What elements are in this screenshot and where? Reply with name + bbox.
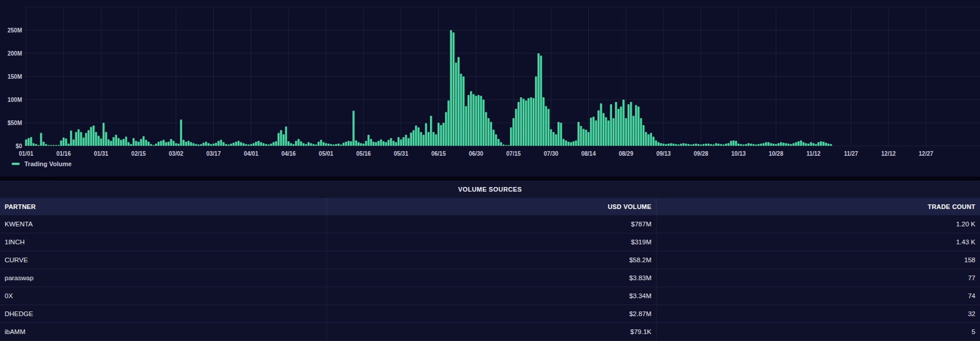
volume-bar[interactable] xyxy=(327,144,330,146)
volume-bar[interactable] xyxy=(95,132,97,146)
volume-bar[interactable] xyxy=(158,142,160,146)
volume-bar[interactable] xyxy=(198,145,200,146)
volume-bar[interactable] xyxy=(300,141,303,146)
volume-bar[interactable] xyxy=(192,143,195,146)
volume-bar[interactable] xyxy=(792,143,795,146)
volume-bar[interactable] xyxy=(173,141,175,146)
volume-bar[interactable] xyxy=(645,132,647,146)
volume-bar[interactable] xyxy=(165,142,167,146)
volume-bar[interactable] xyxy=(515,109,518,146)
volume-bar[interactable] xyxy=(712,145,715,146)
volume-bar[interactable] xyxy=(640,118,642,146)
volume-bar[interactable] xyxy=(567,142,570,146)
volume-bar[interactable] xyxy=(68,144,70,146)
volume-bar[interactable] xyxy=(740,144,742,146)
volume-bar[interactable] xyxy=(365,141,367,146)
volume-bar[interactable] xyxy=(472,94,475,146)
volume-bar[interactable] xyxy=(580,126,582,146)
volume-bar[interactable] xyxy=(605,117,607,146)
volume-bar[interactable] xyxy=(400,140,402,146)
volume-bar[interactable] xyxy=(268,145,270,146)
volume-bar[interactable] xyxy=(247,145,250,146)
volume-bar[interactable] xyxy=(127,142,130,146)
volume-bar[interactable] xyxy=(595,120,598,146)
volume-bar[interactable] xyxy=(72,140,75,146)
volume-bar[interactable] xyxy=(598,110,600,146)
volume-bar[interactable] xyxy=(742,145,745,146)
volume-bar[interactable] xyxy=(687,144,690,146)
chart-legend[interactable]: Trading Volume xyxy=(12,160,72,167)
volume-bar[interactable] xyxy=(660,143,662,146)
volume-bar[interactable] xyxy=(253,143,255,146)
volume-bar[interactable] xyxy=(537,53,540,146)
volume-bar[interactable] xyxy=(480,96,482,146)
volume-bar[interactable] xyxy=(535,76,537,146)
volume-bar[interactable] xyxy=(570,142,573,146)
volume-bar[interactable] xyxy=(797,141,800,146)
volume-bar[interactable] xyxy=(555,134,558,146)
volume-bar[interactable] xyxy=(625,118,627,146)
volume-bar[interactable] xyxy=(422,135,425,146)
volume-bar[interactable] xyxy=(185,142,187,146)
volume-bar[interactable] xyxy=(483,100,485,146)
volume-bar[interactable] xyxy=(775,144,777,146)
volume-bar[interactable] xyxy=(760,144,762,146)
volume-bar[interactable] xyxy=(318,142,320,146)
volume-bar[interactable] xyxy=(90,127,92,146)
volume-bar[interactable] xyxy=(805,143,807,146)
volume-bar[interactable] xyxy=(785,143,787,146)
volume-bar[interactable] xyxy=(343,142,345,146)
volume-bar[interactable] xyxy=(432,132,435,146)
volume-bar[interactable] xyxy=(670,143,672,146)
volume-bar[interactable] xyxy=(582,129,585,146)
volume-bar[interactable] xyxy=(813,143,815,146)
volume-bar[interactable] xyxy=(183,140,185,146)
volume-bar[interactable] xyxy=(337,144,340,146)
volume-bar[interactable] xyxy=(588,132,590,146)
volume-bar[interactable] xyxy=(177,144,180,146)
volume-bar[interactable] xyxy=(485,112,487,146)
volume-bar[interactable] xyxy=(717,144,720,146)
volume-bar[interactable] xyxy=(180,119,183,146)
volume-bar[interactable] xyxy=(188,141,190,146)
volume-bar[interactable] xyxy=(367,135,370,146)
volume-bar[interactable] xyxy=(30,137,32,146)
volume-bar[interactable] xyxy=(403,137,405,146)
volume-bar[interactable] xyxy=(63,138,65,146)
volume-bar[interactable] xyxy=(620,107,622,146)
volume-bar[interactable] xyxy=(782,142,785,146)
volume-bar[interactable] xyxy=(672,144,675,146)
volume-bar[interactable] xyxy=(828,144,830,146)
volume-bar[interactable] xyxy=(312,144,315,146)
volume-bar[interactable] xyxy=(355,140,358,146)
volume-bar[interactable] xyxy=(375,142,377,146)
volume-bar[interactable] xyxy=(155,144,158,146)
volume-bar[interactable] xyxy=(348,141,350,146)
volume-bar[interactable] xyxy=(558,122,560,146)
volume-bar[interactable] xyxy=(295,141,297,146)
volume-bar[interactable] xyxy=(308,142,310,146)
volume-bar[interactable] xyxy=(310,143,312,146)
volume-bar[interactable] xyxy=(460,74,462,146)
volume-bar[interactable] xyxy=(287,141,290,146)
volume-bar[interactable] xyxy=(757,144,760,146)
volume-bar[interactable] xyxy=(647,134,650,146)
volume-bar[interactable] xyxy=(238,141,240,146)
volume-bar[interactable] xyxy=(373,142,375,146)
volume-bar[interactable] xyxy=(160,141,162,146)
volume-bar[interactable] xyxy=(280,130,282,146)
volume-bar[interactable] xyxy=(167,142,170,146)
volume-bar[interactable] xyxy=(603,113,605,146)
volume-bar[interactable] xyxy=(512,118,515,146)
volume-bar[interactable] xyxy=(715,143,717,146)
volume-bar[interactable] xyxy=(25,140,27,146)
volume-bar[interactable] xyxy=(752,144,755,146)
volume-bar[interactable] xyxy=(590,118,592,146)
volume-bar[interactable] xyxy=(745,144,747,146)
volume-bar[interactable] xyxy=(217,141,220,146)
volume-bar[interactable] xyxy=(662,144,665,146)
volume-bar[interactable] xyxy=(320,140,322,146)
volume-bar[interactable] xyxy=(415,126,417,146)
volume-bar[interactable] xyxy=(345,142,347,146)
volume-bar[interactable] xyxy=(257,141,260,146)
